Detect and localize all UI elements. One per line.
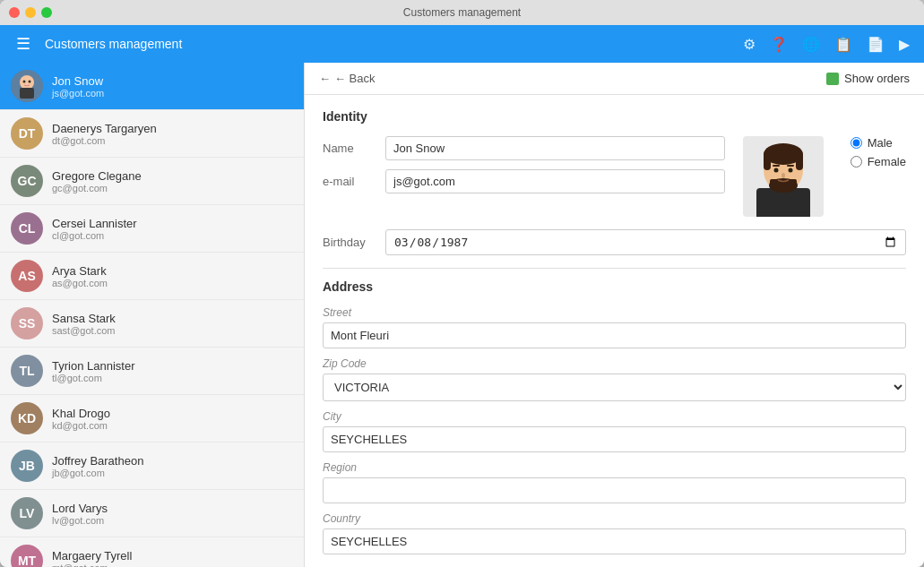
customer-info-cl: Cersei Lannister cl@got.com	[52, 217, 293, 241]
gender-female-label: Female	[868, 155, 906, 168]
name-label: Name	[323, 142, 376, 155]
country-input[interactable]	[323, 528, 906, 554]
customer-item-gc[interactable]: GC Gregore Clegane gc@got.com	[0, 158, 304, 205]
toolbar-title: Customers management	[45, 37, 738, 51]
customer-name-as: Arya Stark	[52, 264, 293, 278]
birthday-input[interactable]	[385, 229, 906, 255]
customer-email-jb: jb@got.com	[52, 468, 293, 478]
avatar-as: AS	[11, 260, 43, 292]
customer-info-gc: Gregore Clegane gc@got.com	[52, 169, 293, 193]
gender-male-radio[interactable]	[851, 137, 862, 149]
toolbar: ☰ Customers management ⚙ ❓ 🌐 📋 📄 ▶	[0, 25, 924, 63]
city-input[interactable]	[323, 426, 906, 452]
email-field-row: e-mail	[323, 169, 725, 193]
customer-item-lv[interactable]: LV Lord Varys lv@got.com	[0, 490, 304, 537]
email-input[interactable]	[385, 169, 725, 193]
customer-item-mt[interactable]: MT Margaery Tyrell mt@got.com	[0, 537, 304, 567]
title-bar: Customers management	[0, 0, 924, 25]
birthday-label: Birthday	[323, 236, 376, 249]
main-content: Jon Snow js@got.com DT Daenerys Targarye…	[0, 63, 924, 567]
customer-info-ss: Sansa Stark sast@got.com	[52, 312, 293, 336]
back-button[interactable]: ← ← Back	[319, 72, 376, 85]
svg-rect-15	[787, 165, 794, 167]
gender-section: Male Female	[851, 136, 906, 168]
region-label: Region	[323, 461, 906, 474]
gender-male-option[interactable]: Male	[851, 136, 906, 150]
globe-icon[interactable]: 🌐	[797, 32, 825, 56]
menu-icon[interactable]: ☰	[9, 30, 38, 57]
svg-point-3	[23, 81, 26, 83]
name-input[interactable]	[385, 136, 725, 160]
maximize-button[interactable]	[41, 7, 52, 18]
show-orders-label: Show orders	[844, 72, 910, 85]
customer-info-kd: Khal Drogo kd@got.com	[52, 407, 293, 431]
gender-female-radio[interactable]	[851, 156, 862, 168]
avatar-tl: TL	[11, 355, 43, 387]
region-input[interactable]	[323, 477, 906, 503]
customer-name-kd: Khal Drogo	[52, 407, 293, 420]
address-title: Address	[323, 279, 906, 294]
customer-item-cl[interactable]: CL Cersei Lannister cl@got.com	[0, 205, 304, 253]
customer-info-tl: Tyrion Lannister tl@got.com	[52, 359, 293, 383]
country-label: Country	[323, 512, 906, 525]
customer-info-js: Jon Snow js@got.com	[52, 74, 293, 99]
zip-label: Zip Code	[323, 357, 906, 370]
customer-list: Jon Snow js@got.com DT Daenerys Targarye…	[0, 63, 305, 567]
document-icon[interactable]: 📄	[861, 32, 890, 56]
window-controls	[9, 7, 52, 18]
customer-info-mt: Margaery Tyrell mt@got.com	[52, 549, 293, 568]
svg-point-4	[29, 81, 31, 83]
city-label: City	[323, 410, 906, 423]
customer-item-jb[interactable]: JB Joffrey Baratheon jb@got.com	[0, 442, 304, 490]
back-label: ← Back	[334, 72, 376, 85]
customer-item-js[interactable]: Jon Snow js@got.com	[0, 63, 304, 110]
app-window: Customers management ☰ Customers managem…	[0, 0, 924, 567]
zip-select[interactable]: VICTORIA	[323, 374, 906, 401]
customer-email-ss: sast@got.com	[52, 325, 293, 336]
customer-email-dt: dt@got.com	[52, 135, 293, 146]
settings-icon[interactable]: ⚙	[738, 32, 761, 56]
birthday-row: Birthday	[323, 229, 906, 255]
help-icon[interactable]: ❓	[764, 32, 793, 56]
svg-rect-18	[770, 179, 797, 188]
avatar-dt: DT	[11, 117, 43, 150]
identity-divider	[323, 268, 906, 269]
window-title: Customers management	[403, 6, 521, 19]
customer-email-cl: cl@got.com	[52, 230, 293, 241]
close-button[interactable]	[9, 7, 20, 18]
customer-name-tl: Tyrion Lannister	[52, 359, 293, 373]
street-label: Street	[323, 306, 906, 319]
show-orders-button[interactable]: Show orders	[826, 72, 910, 85]
avatar-jb: JB	[11, 450, 43, 482]
detail-panel: ← ← Back Show orders Identity Name	[305, 63, 924, 567]
gender-male-label: Male	[868, 136, 893, 150]
avatar-lv: LV	[11, 497, 43, 529]
customer-item-ss[interactable]: SS Sansa Stark sast@got.com	[0, 300, 304, 348]
avatar-kd: KD	[11, 402, 43, 434]
customer-item-kd[interactable]: KD Khal Drogo kd@got.com	[0, 395, 304, 442]
identity-title: Identity	[323, 109, 906, 124]
avatar-cl: CL	[11, 212, 43, 245]
svg-rect-10	[764, 152, 771, 170]
customer-name-mt: Margaery Tyrell	[52, 549, 293, 563]
gender-female-option[interactable]: Female	[851, 155, 906, 168]
customer-item-tl[interactable]: TL Tyrion Lannister tl@got.com	[0, 348, 304, 395]
customer-email-lv: lv@got.com	[52, 515, 293, 526]
identity-fields: Name e-mail	[323, 136, 725, 202]
svg-rect-11	[796, 152, 803, 170]
clipboard-icon[interactable]: 📋	[829, 32, 858, 56]
street-input[interactable]	[323, 322, 906, 348]
customer-email-as: as@got.com	[52, 278, 293, 288]
play-icon[interactable]: ▶	[894, 32, 915, 56]
detail-topbar: ← ← Back Show orders	[305, 63, 924, 95]
svg-point-16	[782, 173, 785, 178]
svg-point-12	[773, 168, 778, 173]
customer-item-as[interactable]: AS Arya Stark as@got.com	[0, 253, 304, 300]
detail-body: Identity Name e-mail	[305, 95, 924, 567]
customer-name-js: Jon Snow	[52, 74, 293, 88]
avatar-js	[11, 70, 43, 102]
minimize-button[interactable]	[25, 7, 36, 18]
customer-email-gc: gc@got.com	[52, 183, 293, 193]
customer-item-dt[interactable]: DT Daenerys Targaryen dt@got.com	[0, 110, 304, 158]
svg-point-13	[788, 168, 792, 173]
